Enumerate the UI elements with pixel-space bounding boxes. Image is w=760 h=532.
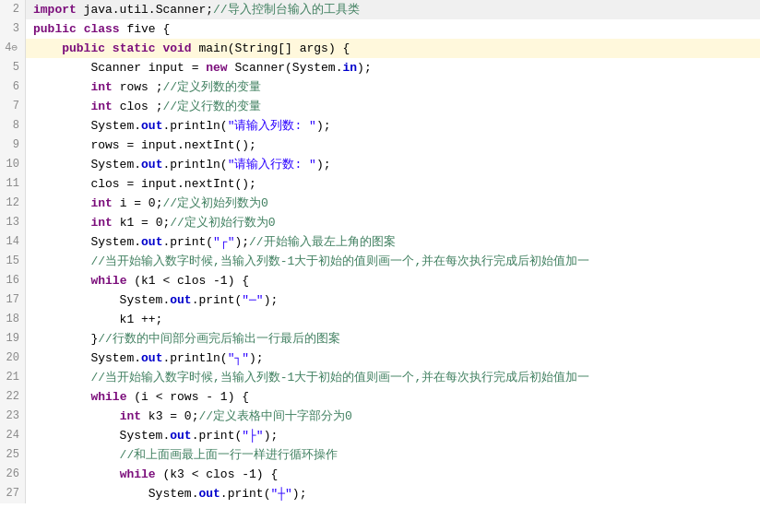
line-content-17: System.out.print("─"); xyxy=(26,290,760,310)
token-plain: ); xyxy=(292,487,307,501)
line-number-8: 8 xyxy=(0,116,26,136)
token-kw: static xyxy=(113,41,156,55)
line-number-14: 14 xyxy=(0,232,26,252)
token-plain xyxy=(33,390,90,404)
line-content-10: System.out.println("请输入行数: "); xyxy=(26,155,760,174)
code-line-20: 20 System.out.println("┐"); xyxy=(0,349,760,368)
token-sys-out: out xyxy=(170,293,191,307)
token-plain: i = 0; xyxy=(113,196,163,210)
code-line-19: 19 }//行数的中间部分画完后输出一行最后的图案 xyxy=(0,329,760,349)
token-kw: int xyxy=(120,409,141,423)
token-plain: ); xyxy=(316,119,331,133)
code-line-13: 13 int k1 = 0;//定义初始行数为0 xyxy=(0,213,760,232)
code-line-25: 25 //和上面画最上面一行一样进行循环操作 xyxy=(0,445,760,465)
token-plain: ); xyxy=(234,235,249,249)
token-plain: .print( xyxy=(192,293,243,307)
line-number-12: 12 xyxy=(0,194,26,213)
line-number-9: 9 xyxy=(0,136,26,155)
token-plain: .print( xyxy=(162,235,213,249)
code-line-11: 11 clos = input.nextInt(); xyxy=(0,174,760,194)
token-plain xyxy=(33,409,120,423)
code-line-23: 23 int k3 = 0;//定义表格中间十字部分为0 xyxy=(0,407,760,426)
token-plain: System. xyxy=(33,158,141,171)
fold-marker[interactable]: ⊖ xyxy=(11,42,18,53)
code-line-16: 16 while (k1 < clos -1) { xyxy=(0,271,760,290)
code-line-4: 4⊖ public static void main(String[] args… xyxy=(0,39,760,58)
code-line-21: 21 //当开始输入数字时候,当输入列数-1大于初始的值则画一个,并在每次执行完… xyxy=(0,368,760,387)
token-plain: System. xyxy=(33,429,170,443)
token-comment: //行数的中间部分画完后输出一行最后的图案 xyxy=(98,332,340,346)
token-plain: ); xyxy=(264,429,279,443)
code-line-9: 9 rows = input.nextInt(); xyxy=(0,136,760,155)
line-content-15: //当开始输入数字时候,当输入列数-1大于初始的值则画一个,并在每次执行完成后初… xyxy=(26,252,760,271)
line-content-18: k1 ++; xyxy=(26,310,760,329)
code-line-27: 27 System.out.print("┼"); xyxy=(0,484,760,503)
token-kw: import xyxy=(33,3,77,17)
code-line-12: 12 int i = 0;//定义初始列数为0 xyxy=(0,194,760,213)
token-plain: five { xyxy=(120,22,171,36)
token-plain: java.util.Scanner; xyxy=(77,3,213,17)
line-content-25: //和上面画最上面一行一样进行循环操作 xyxy=(26,445,760,465)
line-content-11: clos = input.nextInt(); xyxy=(26,174,760,194)
token-sys-out: out xyxy=(141,351,162,365)
token-plain xyxy=(33,41,62,55)
line-content-14: System.out.print("┌");//开始输入最左上角的图案 xyxy=(26,232,760,252)
code-editor: 2import java.util.Scanner;//导入控制台输入的工具类3… xyxy=(0,0,760,532)
line-number-15: 15 xyxy=(0,252,26,271)
line-content-9: rows = input.nextInt(); xyxy=(26,136,760,155)
line-content-21: //当开始输入数字时候,当输入列数-1大于初始的值则画一个,并在每次执行完成后初… xyxy=(26,368,760,387)
token-kw: void xyxy=(162,41,191,55)
token-comment: //定义列数的变量 xyxy=(162,80,261,94)
token-comment: //定义表格中间十字部分为0 xyxy=(198,409,351,423)
line-content-4: public static void main(String[] args) { xyxy=(26,39,760,58)
token-plain: ); xyxy=(357,61,372,75)
line-number-13: 13 xyxy=(0,213,26,232)
token-kw: while xyxy=(90,390,126,404)
token-plain: ); xyxy=(249,351,264,365)
token-plain: .print( xyxy=(220,487,271,501)
token-comment: //导入控制台输入的工具类 xyxy=(213,3,360,17)
token-str: "请输入列数: " xyxy=(228,119,316,133)
line-content-2: import java.util.Scanner;//导入控制台输入的工具类 xyxy=(26,0,760,19)
line-content-23: int k3 = 0;//定义表格中间十字部分为0 xyxy=(26,407,760,426)
token-kw: public xyxy=(33,22,77,36)
code-line-14: 14 System.out.print("┌");//开始输入最左上角的图案 xyxy=(0,232,760,252)
line-content-5: Scanner input = new Scanner(System.in); xyxy=(26,58,760,77)
token-plain: (k3 < clos -1) { xyxy=(156,467,279,481)
code-line-18: 18 k1 ++; xyxy=(0,310,760,329)
line-number-2: 2 xyxy=(0,0,26,19)
line-number-21: 21 xyxy=(0,368,26,387)
token-comment: //定义初始列数为0 xyxy=(162,196,267,210)
token-plain: k3 = 0; xyxy=(141,409,198,423)
code-line-2: 2import java.util.Scanner;//导入控制台输入的工具类 xyxy=(0,0,760,19)
token-sys-out: out xyxy=(141,158,162,171)
line-content-6: int rows ;//定义列数的变量 xyxy=(26,77,760,97)
line-content-22: while (i < rows - 1) { xyxy=(26,387,760,407)
token-plain: System. xyxy=(33,351,141,365)
line-content-3: public class five { xyxy=(26,19,760,39)
token-plain xyxy=(33,467,120,481)
line-content-24: System.out.print("├"); xyxy=(26,426,760,445)
code-line-6: 6 int rows ;//定义列数的变量 xyxy=(0,77,760,97)
token-plain: Scanner(System. xyxy=(228,61,343,75)
token-plain: (i < rows - 1) { xyxy=(126,390,249,404)
code-line-15: 15 //当开始输入数字时候,当输入列数-1大于初始的值则画一个,并在每次执行完… xyxy=(0,252,760,271)
token-plain xyxy=(105,41,113,55)
line-content-16: while (k1 < clos -1) { xyxy=(26,271,760,290)
line-number-4: 4⊖ xyxy=(0,39,26,58)
token-comment: //定义初始行数为0 xyxy=(170,216,275,230)
token-plain: System. xyxy=(33,119,141,133)
line-content-13: int k1 = 0;//定义初始行数为0 xyxy=(26,213,760,232)
line-content-19: }//行数的中间部分画完后输出一行最后的图案 xyxy=(26,329,760,349)
line-content-26: while (k3 < clos -1) { xyxy=(26,465,760,484)
token-kw: new xyxy=(206,61,227,75)
token-plain: ); xyxy=(264,293,279,307)
token-plain xyxy=(33,274,90,288)
token-kw: int xyxy=(90,216,112,230)
token-comment: //当开始输入数字时候,当输入列数-1大于初始的值则画一个,并在每次执行完成后初… xyxy=(33,254,589,268)
token-plain xyxy=(33,100,90,113)
line-number-5: 5 xyxy=(0,58,26,77)
token-plain: rows ; xyxy=(113,80,163,94)
line-number-18: 18 xyxy=(0,310,26,329)
token-str: "┐" xyxy=(228,351,249,365)
